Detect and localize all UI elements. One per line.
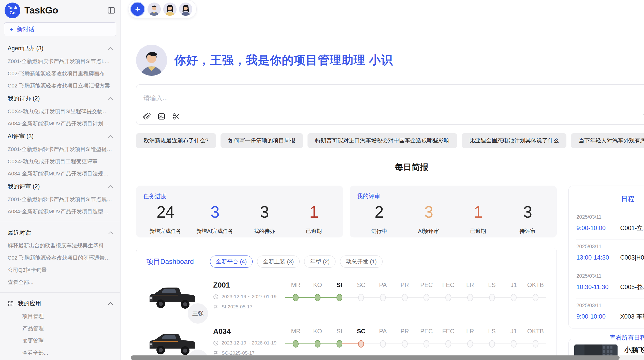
sidebar-section-header[interactable]: Agent已办 (3) bbox=[0, 42, 120, 55]
project-date-range: 2023-12-19 ~ 2026-01-19 bbox=[213, 340, 285, 346]
milestone-connector bbox=[525, 343, 533, 344]
sidebar-link-cloud-space[interactable]: 我的云空间 bbox=[0, 359, 120, 360]
new-chat-button[interactable]: + 新对话 bbox=[4, 22, 116, 36]
schedule-event: 2025/03/1110:30-11:30C005-整车工程目标评审加入 bbox=[576, 269, 644, 298]
milestone-dot[interactable] bbox=[511, 294, 517, 301]
my-apps-header[interactable]: 我的应用 bbox=[0, 297, 120, 310]
view-all-chats-link[interactable]: 查看全部... bbox=[0, 276, 120, 288]
milestone-connector bbox=[320, 297, 328, 298]
milestone-dot[interactable] bbox=[467, 340, 473, 348]
milestone-node-row bbox=[285, 293, 307, 302]
milestone-connector bbox=[350, 343, 358, 344]
sidebar-section-header[interactable]: 我的待办 (2) bbox=[0, 92, 120, 105]
sidebar-item[interactable]: A034-全新新能源MUV产品开发项目法规符合性评审 bbox=[0, 168, 120, 180]
milestone-dot[interactable] bbox=[336, 294, 342, 301]
milestone-dot[interactable] bbox=[445, 294, 451, 301]
agent-avatar-1[interactable] bbox=[148, 3, 161, 16]
recent-chat-item[interactable]: 公司Q3轻卡销量 bbox=[0, 264, 120, 276]
sidebar-item[interactable]: Z001-全新燃油轻卡产品开发项目SI节点属性5D文件评审 bbox=[0, 193, 120, 205]
add-agent-button[interactable]: + bbox=[130, 2, 145, 17]
attachment-icon[interactable] bbox=[143, 113, 151, 120]
sidebar-item[interactable]: A034-全新新能源MUV产品开发项目造型可行性评审 bbox=[0, 205, 120, 218]
sidebar-item[interactable]: C02-飞腾新能源轻客改款项目里程碑画布 bbox=[0, 67, 120, 80]
milestone-dot[interactable] bbox=[423, 340, 429, 348]
milestone-dot[interactable] bbox=[489, 340, 495, 348]
suggestion-chip[interactable]: 比亚迪全固态电池计划具体说了什么 bbox=[462, 133, 566, 148]
sidebar-collapse-icon[interactable] bbox=[108, 7, 115, 14]
app-item[interactable]: 变更管理 bbox=[0, 335, 120, 347]
sidebar-item[interactable]: Z001-全新燃油轻卡产品开发项目SI造型提交物评审 bbox=[0, 143, 120, 155]
filter-pill[interactable]: 年型 (2) bbox=[304, 256, 335, 268]
view-all-apps-link[interactable]: 查看全部... bbox=[0, 347, 120, 359]
horizontal-scrollbar-thumb[interactable] bbox=[131, 355, 620, 360]
plus-icon: + bbox=[9, 26, 13, 33]
recent-chats-header[interactable]: 最近对话 bbox=[0, 226, 120, 239]
milestone-dot[interactable] bbox=[358, 294, 364, 301]
greeting-row: 你好，王强，我是你的项目管理助理 小识 bbox=[136, 45, 644, 76]
milestone-dot[interactable] bbox=[336, 340, 342, 348]
stat-cell: 1已逾期 bbox=[289, 203, 339, 235]
stat-label: AI预评审 bbox=[404, 228, 453, 235]
milestone-connector bbox=[416, 343, 423, 344]
milestone: PR bbox=[394, 281, 416, 302]
agent-avatar-2[interactable] bbox=[163, 3, 177, 16]
milestone-label: PR bbox=[401, 328, 409, 337]
recent-chat-item[interactable]: 解释最新出台的欧盟报废车法规再生塑料比例被调至15%... bbox=[0, 239, 120, 252]
project-info: A0342023-12-19 ~ 2026-01-19SC-2025-05-17 bbox=[205, 327, 285, 356]
sidebar-section-header[interactable]: 我的评审 (2) bbox=[0, 180, 120, 193]
milestone-dot[interactable] bbox=[293, 340, 299, 348]
app-item[interactable]: 产品管理 bbox=[0, 322, 120, 335]
milestone-dot[interactable] bbox=[380, 294, 386, 301]
milestone-label: PEC bbox=[420, 281, 433, 291]
app-logo: Task Go bbox=[5, 3, 20, 18]
milestone-dot[interactable] bbox=[358, 340, 364, 348]
section-title: 我的待办 (2) bbox=[8, 95, 40, 102]
horizontal-scrollbar-track[interactable] bbox=[131, 355, 644, 360]
agent-avatar-3[interactable] bbox=[179, 3, 192, 16]
filter-pill[interactable]: 动总开发 (1) bbox=[340, 256, 383, 268]
milestone-dot[interactable] bbox=[380, 340, 386, 348]
milestone-dot[interactable] bbox=[533, 294, 538, 301]
stat-cell: 2进行中 bbox=[354, 203, 404, 235]
milestone-connector bbox=[503, 343, 511, 344]
recent-chat-item[interactable]: C02-飞腾新能源轻客改款项目的闭环通告反馈情况 bbox=[0, 252, 120, 264]
suggestion-chip[interactable]: 当下年轻人对汽车外观有怎样的喜好趋势 bbox=[571, 133, 644, 148]
milestone-dot[interactable] bbox=[402, 340, 408, 348]
milestone-dot[interactable] bbox=[511, 340, 517, 348]
suggestion-chip[interactable]: 如何写一份清晰的项目周报 bbox=[221, 133, 303, 148]
milestone-dot[interactable] bbox=[533, 340, 538, 348]
milestone-dot[interactable] bbox=[467, 294, 473, 301]
image-icon[interactable] bbox=[158, 113, 165, 120]
sidebar-section-header[interactable]: AI评审 (3) bbox=[0, 130, 120, 143]
stat-value: 1 bbox=[289, 203, 339, 221]
milestone-connector bbox=[342, 297, 350, 298]
event-title: X003-车辆动力学性能验... bbox=[615, 312, 644, 321]
app-item[interactable]: 项目管理 bbox=[0, 310, 120, 322]
milestone-dot[interactable] bbox=[402, 294, 408, 301]
filter-pill[interactable]: 全新平台 (4) bbox=[210, 256, 253, 268]
milestone-label: SI bbox=[336, 328, 342, 337]
filter-pill[interactable]: 全新上装 (3) bbox=[257, 256, 300, 268]
milestone-label: PA bbox=[379, 281, 387, 291]
milestone-dot[interactable] bbox=[315, 340, 320, 348]
project-image: 王强 bbox=[147, 281, 205, 314]
view-all-schedule-link[interactable]: 查看所有日程 bbox=[576, 328, 644, 343]
sidebar-item[interactable]: C02-飞腾新能源轻客改款项目立项汇报方案 bbox=[0, 80, 120, 92]
sidebar-item[interactable]: A034-全新新能源MUV产品开发项目计划变更表编写 bbox=[0, 117, 120, 130]
sidebar-item[interactable]: C0X4-动力总成开发项目SI里程碑提交物检查 bbox=[0, 105, 120, 117]
phone-icon[interactable] bbox=[643, 112, 644, 120]
suggestion-chip[interactable]: 特朗普可能对进口汽车增税会对中国车企造成哪些影响 bbox=[308, 133, 457, 148]
milestone-dot[interactable] bbox=[423, 294, 429, 301]
milestone-connector bbox=[285, 297, 293, 298]
milestone-dot[interactable] bbox=[445, 340, 451, 348]
chat-input-card[interactable]: 请输入... bbox=[136, 84, 644, 125]
sidebar-item[interactable]: C0X4-动力总成开发项目工程变更评审 bbox=[0, 155, 120, 168]
milestone-dot[interactable] bbox=[293, 294, 299, 301]
sidebar-item[interactable]: Z001-全新燃油皮卡产品开发项目SI节点Lesson Learn报告 bbox=[0, 55, 120, 67]
milestone: OKTB bbox=[525, 281, 547, 302]
suggestion-chip[interactable]: 欧洲新规最近颁布了什么? bbox=[136, 133, 216, 148]
scissors-icon[interactable] bbox=[172, 113, 180, 120]
milestone-dot[interactable] bbox=[489, 294, 495, 301]
milestone-label: PA bbox=[379, 328, 387, 337]
milestone-dot[interactable] bbox=[315, 294, 320, 301]
